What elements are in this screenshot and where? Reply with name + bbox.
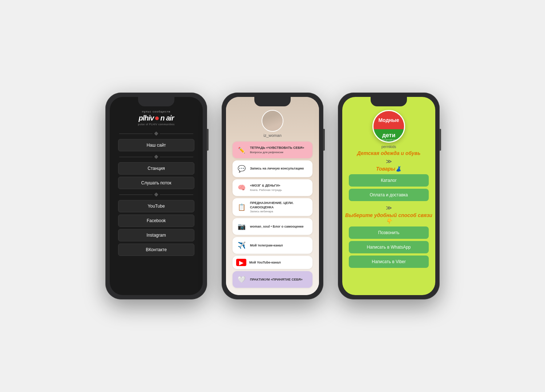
phone-3: Модные дети магазин детской одежды permk… bbox=[338, 93, 440, 299]
card-title-telegram: Мой телеграм-канал bbox=[250, 244, 309, 248]
notebook-icon: ✏️ bbox=[236, 144, 247, 155]
avatar bbox=[262, 110, 283, 132]
card-practice[interactable]: 🤍 ПРАКТИКУМ «ПРИНЯТИЕ СЕБЯ» bbox=[233, 271, 312, 288]
card-text-purpose: ПРЕДНАЗНАЧЕНИЕ. ЦЕЛИ. САМООЦЕНКА Запись … bbox=[250, 201, 309, 213]
logo-main: plhiv n air bbox=[139, 114, 174, 122]
btn-station[interactable]: Станция bbox=[118, 162, 194, 175]
card-title-brain: «МОЗГ & ДЕНЬГИ» bbox=[250, 184, 309, 188]
section-title-goods: Товары👗 bbox=[376, 166, 401, 172]
avatar-image bbox=[262, 111, 283, 131]
divider-line-3 bbox=[119, 157, 153, 157]
btn-listen[interactable]: Слушать поток bbox=[118, 177, 194, 189]
btn-vk[interactable]: ВКонтакте bbox=[118, 244, 194, 256]
card-instagram[interactable]: 📷 woman_soul • Блог о самооценке bbox=[233, 218, 312, 235]
btn-catalog[interactable]: Каталог bbox=[349, 174, 429, 187]
phone3-username: permkids bbox=[382, 145, 396, 149]
card-text-instagram: woman_soul • Блог о самооценке bbox=[250, 225, 309, 229]
card-notebook[interactable]: ✏️ ТЕТРАДЬ «ЧУВСТВОВАТЬ СЕБЯ» Вопросы дл… bbox=[233, 142, 312, 158]
brand-sub: магазин детской одежды bbox=[378, 139, 399, 141]
card-youtube[interactable]: ▶ Мой YouTube-канал bbox=[233, 256, 312, 269]
card-purpose[interactable]: 📋 ПРЕДНАЗНАЧЕНИЕ. ЦЕЛИ. САМООЦЕНКА Запис… bbox=[233, 198, 312, 216]
card-text-consult: Запись на личную консультацию bbox=[250, 167, 309, 171]
brain-icon: 🧠 bbox=[236, 182, 247, 193]
btn-our-site[interactable]: Наш сайт bbox=[118, 139, 194, 151]
divider-line bbox=[119, 134, 153, 134]
btn-whatsapp[interactable]: Написать в WhatsApp bbox=[349, 241, 429, 253]
phone2-content: iz_woman ✏️ ТЕТРАДЬ «ЧУВСТВОВАТЬ СЕБЯ» В… bbox=[226, 97, 319, 295]
card-consultation[interactable]: 💬 Запись на личную консультацию bbox=[233, 160, 312, 177]
logo-tagline: пульс сообществ bbox=[142, 110, 171, 113]
card-sub-notebook: Вопросы для рефлексии bbox=[250, 151, 309, 154]
logo-text2: n air bbox=[160, 114, 174, 122]
logo-text: plhiv bbox=[139, 114, 154, 122]
brand-logo: Модные дети магазин детской одежды bbox=[372, 110, 405, 143]
section-title-contact: Выберите удобный способ связи👇 bbox=[342, 212, 435, 224]
card-text-telegram: Мой телеграм-канал bbox=[250, 244, 309, 248]
tagline: Детская одежда и обувь bbox=[357, 150, 420, 156]
divider-diamond bbox=[154, 131, 158, 135]
btn-facebook[interactable]: Facebook bbox=[118, 215, 194, 227]
logo-dot bbox=[155, 117, 159, 120]
divider-line-2 bbox=[160, 134, 193, 134]
card-title-practice: ПРАКТИКУМ «ПРИНЯТИЕ СЕБЯ» bbox=[250, 278, 309, 282]
username: iz_woman bbox=[263, 133, 282, 138]
btn-instagram[interactable]: Instagram bbox=[118, 229, 194, 241]
card-sub-purpose: Запись вебинара bbox=[250, 210, 309, 213]
whatsapp-icon: 💬 bbox=[236, 163, 247, 174]
phone-2: iz_woman ✏️ ТЕТРАДЬ «ЧУВСТВОВАТЬ СЕБЯ» В… bbox=[222, 93, 323, 299]
divider-line-5 bbox=[119, 195, 153, 195]
divider-line-6 bbox=[160, 195, 193, 195]
logo-area: пульс сообществ plhiv n air pulse of PLH… bbox=[138, 110, 175, 126]
card-sub-brain: Книга. Рабочая тетрадь bbox=[250, 188, 309, 192]
btn-payment[interactable]: Оплата и доставка bbox=[349, 189, 429, 201]
divider-diamond-2 bbox=[154, 155, 158, 159]
heart-icon: 🤍 bbox=[236, 274, 247, 285]
phone-1: пульс сообществ plhiv n air pulse of PLH… bbox=[105, 93, 207, 299]
card-title-consult: Запись на личную консультацию bbox=[250, 167, 309, 171]
card-brain-money[interactable]: 🧠 «МОЗГ & ДЕНЬГИ» Книга. Рабочая тетрадь bbox=[233, 179, 312, 196]
divider-3 bbox=[119, 193, 194, 196]
telegram-icon: ✈️ bbox=[236, 240, 247, 251]
chevron-1: ≫ bbox=[386, 158, 392, 165]
card-title-instagram: woman_soul • Блог о самооценке bbox=[250, 225, 309, 229]
youtube-icon: ▶ bbox=[236, 259, 246, 266]
btn-call[interactable]: Позвонить bbox=[349, 226, 429, 239]
brand-bottom: дети bbox=[382, 132, 396, 139]
card-title-purpose: ПРЕДНАЗНАЧЕНИЕ. ЦЕЛИ. САМООЦЕНКА bbox=[250, 201, 309, 209]
btn-youtube[interactable]: YouTube bbox=[118, 200, 194, 212]
clipboard-icon: 📋 bbox=[236, 202, 247, 213]
divider-1 bbox=[119, 132, 194, 135]
chevron-2: ≫ bbox=[386, 204, 392, 211]
card-text-youtube: Мой YouTube-канал bbox=[249, 261, 309, 265]
brand-logo-top: Модные bbox=[374, 111, 404, 129]
card-telegram[interactable]: ✈️ Мой телеграм-канал bbox=[233, 237, 312, 254]
instagram-icon: 📷 bbox=[236, 221, 247, 232]
brand-logo-bottom: дети магазин детской одежды bbox=[374, 129, 404, 143]
btn-viber[interactable]: Написать в Viber bbox=[349, 256, 429, 268]
card-title-notebook: ТЕТРАДЬ «ЧУВСТВОВАТЬ СЕБЯ» bbox=[250, 146, 309, 150]
divider-2 bbox=[119, 155, 194, 158]
brand-top: Модные bbox=[378, 117, 399, 123]
divider-line-4 bbox=[160, 157, 193, 157]
logo-sub: pulse of PLHIV communities bbox=[138, 123, 175, 126]
card-text-practice: ПРАКТИКУМ «ПРИНЯТИЕ СЕБЯ» bbox=[250, 278, 309, 282]
card-text-brain: «МОЗГ & ДЕНЬГИ» Книга. Рабочая тетрадь bbox=[250, 184, 309, 192]
card-text-notebook: ТЕТРАДЬ «ЧУВСТВОВАТЬ СЕБЯ» Вопросы для р… bbox=[250, 146, 309, 154]
card-title-youtube: Мой YouTube-канал bbox=[249, 261, 309, 265]
divider-diamond-3 bbox=[154, 192, 158, 196]
